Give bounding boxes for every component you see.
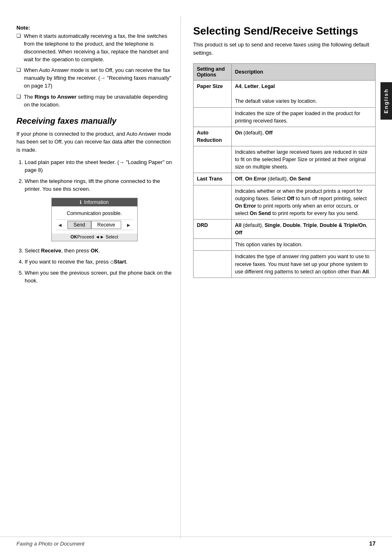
setting-drd-empty [194,239,232,251]
table-header-row: Setting and Options Description [194,64,376,81]
col-setting: Setting and Options [194,64,232,81]
setting-drd: DRD [194,220,232,239]
setting-auto-reduction: AutoReduction [194,127,232,146]
step-5: When you see the previous screen, put th… [25,269,172,285]
desc-paper-size: A4, Letter, Legal The default value vari… [231,81,375,107]
device-title-text: Information [84,199,108,205]
steps-list-continued: Select Receive, then press OK. If you wa… [16,247,172,284]
table-row: DRD All (default), Single, Double, Tripl… [194,220,376,239]
receiving-faxes-heading: Receiving faxes manually [16,116,172,126]
language-tab: English [380,82,392,120]
nav-buttons: Send Receive [67,221,121,229]
receiving-faxes-section: Receiving faxes manually If your phone i… [16,116,172,285]
table-row: Indicates whether or when the product pr… [194,185,376,220]
col-description: Description [231,64,375,81]
info-icon: ℹ [80,199,82,205]
page-footer: Faxing a Photo or Document 17 [0,536,392,547]
table-row: Indicates whether large received faxes a… [194,146,376,173]
right-heading: Selecting Send/Receive Settings [193,25,376,37]
table-row: Paper Size A4, Letter, Legal The default… [194,81,376,107]
select-icon: ◄► [95,234,106,239]
note-item-2: When Auto Answer mode is set to Off, you… [16,67,172,90]
table-row: Indicates the size of the paper loaded i… [194,107,376,127]
device-comm-text: Communication possible. [56,209,133,220]
note-label: Note: [16,25,172,31]
note-section: Note: When it starts automatically recei… [16,25,172,109]
device-body: Communication possible. ◄ Send Receive ► [52,206,137,234]
desc-auto-reduction-1: On (default), Off [231,127,375,146]
steps-list: Load plain paper into the sheet feeder. … [16,159,172,193]
step-2: When the telephone rings, lift the phone… [25,178,172,193]
table-row: AutoReduction On (default), Off [194,127,376,146]
desc-last-trans-1: Off, On Error (default), On Send [231,173,375,185]
desc-drd-2: This option varies by location. [231,239,375,251]
nav-right-arrow: ► [126,222,131,228]
device-titlebar: ℹ Information [52,198,137,206]
select-label: Select [106,234,118,239]
footer-left: Faxing a Photo or Document [16,541,84,547]
note-item-1: When it starts automatically receiving a… [16,32,172,63]
receive-button[interactable]: Receive [91,221,121,229]
step-3: Select Receive, then press OK. [25,247,172,255]
table-row: Indicates the type of answer ring patter… [194,251,376,278]
setting-paper-size-empty [194,107,232,127]
note-item-3: The Rings to Answer setting may be unava… [16,93,172,109]
left-column: Note: When it starts automatically recei… [0,16,181,539]
setting-drd-empty-2 [194,251,232,278]
desc-drd-3: Indicates the type of answer ring patter… [231,251,375,278]
table-row: Last Trans Off, On Error (default), On S… [194,173,376,185]
device-screen: ℹ Information Communication possible. ◄ … [51,198,138,241]
setting-last-trans-empty [194,185,232,220]
nav-left-arrow: ◄ [58,222,63,228]
right-column: Selecting Send/Receive Settings This pro… [181,16,392,539]
desc-paper-size-2: Indicates the size of the paper loaded i… [231,107,375,127]
step-1: Load plain paper into the sheet feeder. … [25,159,172,174]
device-footer: OKProceed ◄► Select [52,234,137,241]
desc-drd-1: All (default), Single, Double, Triple, D… [231,220,375,239]
table-row: This option varies by location. [194,239,376,251]
receiving-faxes-body: If your phone is connected to the produc… [16,130,172,154]
setting-auto-reduction-empty [194,146,232,173]
right-intro: This product is set up to send and recei… [193,41,376,57]
settings-table: Setting and Options Description Paper Si… [193,63,376,278]
setting-last-trans: Last Trans [194,173,232,185]
device-nav: ◄ Send Receive ► [56,220,133,230]
footer-right: 17 [369,540,376,547]
setting-paper-size: Paper Size [194,81,232,107]
desc-last-trans-2: Indicates whether or when the product pr… [231,185,375,220]
ok-label: OKProceed [71,234,94,239]
note-list: When it starts automatically receiving a… [16,32,172,109]
desc-auto-reduction-2: Indicates whether large received faxes a… [231,146,375,173]
send-button[interactable]: Send [67,221,91,229]
step-4: If you want to receive the fax, press ◇S… [25,258,172,266]
